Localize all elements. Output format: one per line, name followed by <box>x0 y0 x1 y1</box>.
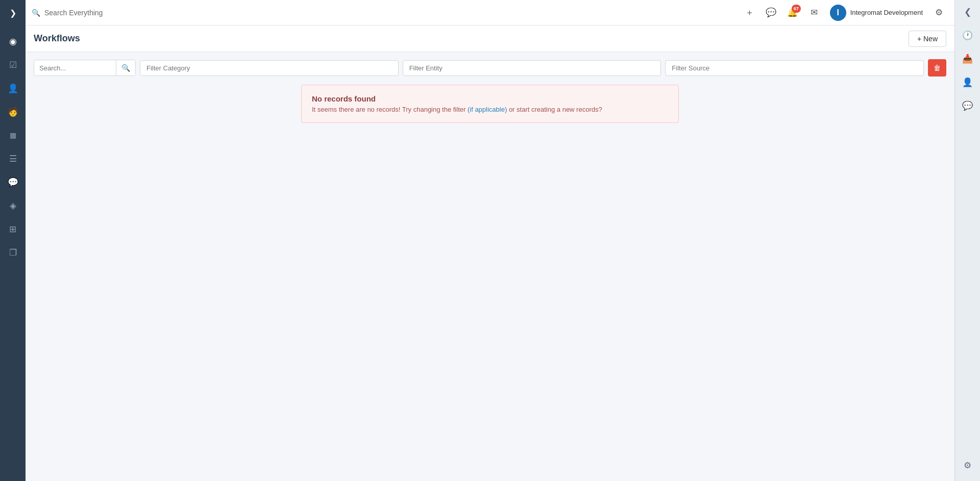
right-sidebar-inbox-btn[interactable]: 📥 <box>955 47 981 70</box>
user-name-label: Integromat Development <box>850 9 923 16</box>
right-sidebar-clock-btn[interactable]: 🕐 <box>955 23 981 47</box>
comment-icon: 💬 <box>962 100 973 111</box>
mail-icon: ✉ <box>811 7 818 18</box>
add-icon: ＋ <box>745 7 754 18</box>
settings-footer-icon: ⚙ <box>964 460 971 471</box>
main-area: 🔍 Search Everything ＋ 💬 🔔 67 ✉ I Integro… <box>26 0 954 481</box>
avatar-letter: I <box>837 8 839 17</box>
right-sidebar-collapse-btn[interactable]: ❮ <box>955 0 981 23</box>
dashboard-icon: ◉ <box>9 36 17 47</box>
user-sidebar-icon: 👤 <box>962 77 973 88</box>
filter-category-input[interactable] <box>140 60 399 76</box>
collapse-icon: ❮ <box>964 7 971 17</box>
sidebar-item-pages[interactable]: ❐ <box>0 241 26 264</box>
search-input[interactable] <box>34 61 116 75</box>
content-area: 🔍 🗑 No records found It seems there are … <box>26 52 954 481</box>
filter-entity-input[interactable] <box>403 60 662 76</box>
sidebar-item-data[interactable]: ⊞ <box>0 217 26 241</box>
avatar: I <box>830 5 846 21</box>
sidebar-toggle-btn[interactable]: ❯ <box>0 0 26 26</box>
sidebar-nav: ◉ ☑ 👤 🧑 ▦ ☰ 💬 ◈ ⊞ ❐ <box>0 26 26 481</box>
search-submit-icon: 🔍 <box>121 64 130 72</box>
new-button[interactable]: + New <box>909 31 946 47</box>
pages-icon: ❐ <box>9 247 17 258</box>
sidebar-item-dashboard[interactable]: ◉ <box>0 30 26 53</box>
right-sidebar-user-btn[interactable]: 👤 <box>955 70 981 94</box>
search-submit-btn[interactable]: 🔍 <box>116 60 135 75</box>
no-records-box: No records found It seems there are no r… <box>301 85 679 123</box>
trash-icon: 🗑 <box>934 64 941 72</box>
message-icon: 💬 <box>766 7 776 18</box>
filter-source-input[interactable] <box>665 60 924 76</box>
chat-icon: 💬 <box>8 177 18 188</box>
data-icon: ⊞ <box>9 224 16 235</box>
search-input-wrap: 🔍 <box>34 60 136 76</box>
contacts-icon: 👤 <box>8 83 18 94</box>
filter-bar: 🔍 🗑 <box>34 59 946 77</box>
no-records-title: No records found <box>312 94 668 103</box>
sidebar-item-persons[interactable]: 🧑 <box>0 100 26 123</box>
badge-icon: ◈ <box>10 200 16 211</box>
sidebar-item-table[interactable]: ▦ <box>0 123 26 147</box>
delete-btn[interactable]: 🗑 <box>928 59 946 77</box>
mail-btn[interactable]: ✉ <box>804 3 824 22</box>
person-icon: 🧑 <box>8 107 18 117</box>
page-title: Workflows <box>34 33 80 44</box>
calendar-icon: ☑ <box>9 60 17 70</box>
clock-icon: 🕐 <box>962 30 973 41</box>
sidebar-item-contacts[interactable]: 👤 <box>0 77 26 100</box>
sidebar-item-badge[interactable]: ◈ <box>0 194 26 217</box>
user-area[interactable]: I Integromat Development <box>826 5 927 21</box>
global-search-label: Search Everything <box>44 9 103 17</box>
table-icon: ▦ <box>10 131 16 139</box>
header-actions: ＋ 💬 🔔 67 ✉ I Integromat Development ⚙ <box>740 3 948 22</box>
right-sidebar-comment-btn[interactable]: 💬 <box>955 94 981 117</box>
sidebar-item-list[interactable]: ☰ <box>0 147 26 170</box>
no-records-link-text: (if applicable) <box>468 106 507 113</box>
add-btn[interactable]: ＋ <box>740 3 760 22</box>
global-search[interactable]: 🔍 Search Everything <box>32 9 740 17</box>
left-sidebar: ❯ ◉ ☑ 👤 🧑 ▦ ☰ 💬 ◈ ⊞ ❐ <box>0 0 26 481</box>
right-sidebar: ❮ 🕐 📥 👤 💬 ⚙ <box>954 0 980 481</box>
search-icon-main: 🔍 <box>32 9 40 17</box>
sidebar-item-calendar[interactable]: ☑ <box>0 53 26 77</box>
messages-btn[interactable]: 💬 <box>762 3 781 22</box>
sidebar-item-chat[interactable]: 💬 <box>0 170 26 194</box>
right-sidebar-settings-btn[interactable]: ⚙ <box>955 453 981 477</box>
right-sidebar-footer: ⚙ <box>955 453 981 477</box>
inbox-icon: 📥 <box>962 54 973 64</box>
expand-icon: ❯ <box>10 8 16 18</box>
content-header: Workflows + New <box>26 26 954 52</box>
top-header: 🔍 Search Everything ＋ 💬 🔔 67 ✉ I Integro… <box>26 0 954 26</box>
notifications-btn[interactable]: 🔔 67 <box>783 3 802 22</box>
gear-icon: ⚙ <box>935 7 943 18</box>
list-icon: ☰ <box>9 154 17 164</box>
no-records-description: It seems there are no records! Try chang… <box>312 106 668 113</box>
settings-btn[interactable]: ⚙ <box>929 3 948 22</box>
notification-count: 67 <box>792 5 801 13</box>
